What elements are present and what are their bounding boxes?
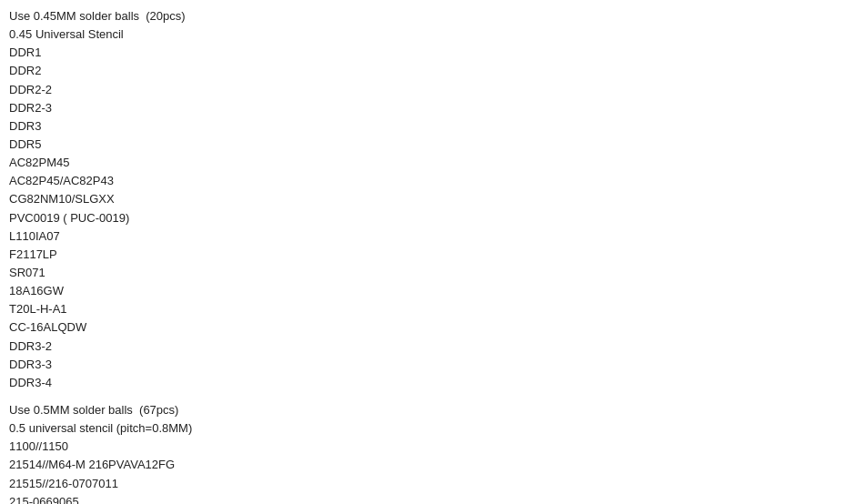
section2-line-0: 0.5 universal stencil (pitch=0.8MM) [9,419,859,438]
section1-line-1: DDR1 [9,44,859,62]
section2-line-3: 21515//216-0707011 [9,475,859,493]
section1-line-13: SR071 [9,264,859,282]
section1-line-16: CC-16ALQDW [9,318,859,337]
section1-header: Use 0.45MM solder balls (20pcs) [9,7,859,25]
section1-line-12: F2117LP [9,246,859,264]
section1-line-7: AC82PM45 [9,154,859,172]
section1-line-5: DDR3 [9,117,859,136]
section1-line-6: DDR5 [9,136,859,154]
section1-line-2: DDR2 [9,62,859,80]
section1-line-10: PVC0019 ( PUC-0019) [9,209,859,227]
section1-line-11: L110IA07 [9,227,859,246]
section1-line-17: DDR3-2 [9,338,859,356]
section1-line-3: DDR2-2 [9,81,859,99]
section1: Use 0.45MM solder balls (20pcs) 0.45 Uni… [9,7,859,392]
section1-line-15: T20L-H-A1 [9,300,859,318]
section1-line-18: DDR3-3 [9,356,859,374]
section1-line-14: 18A16GW [9,282,859,300]
section2-line-4: 215-0669065 [9,493,859,504]
section2-line-2: 21514//M64-M 216PVAVA12FG [9,456,859,474]
section2: Use 0.5MM solder balls (67pcs) 0.5 unive… [9,401,859,504]
section2-line-1: 1100//1150 [9,438,859,456]
section1-line-8: AC82P45/AC82P43 [9,172,859,190]
section1-line-19: DDR3-4 [9,374,859,392]
section1-line-4: DDR2-3 [9,99,859,117]
section1-line-0: 0.45 Universal Stencil [9,25,859,44]
section2-header: Use 0.5MM solder balls (67pcs) [9,401,859,419]
section1-line-9: CG82NM10/SLGXX [9,190,859,208]
main-content: Use 0.45MM solder balls (20pcs) 0.45 Uni… [9,7,859,504]
